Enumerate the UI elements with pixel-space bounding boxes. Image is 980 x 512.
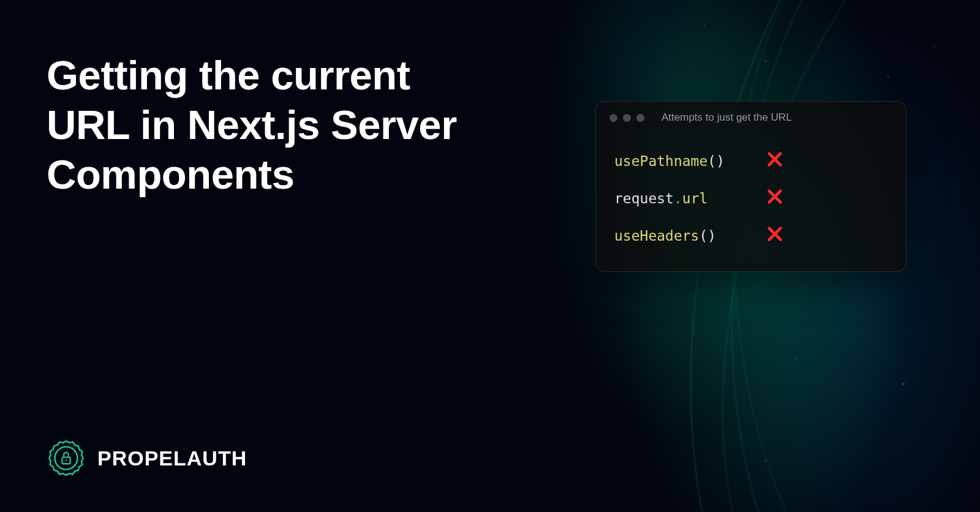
code-panel-body: usePathname()request.urluseHeaders() — [596, 130, 906, 271]
code-row: request.url — [614, 179, 888, 217]
brand: PROPELAUTH — [46, 438, 247, 478]
brand-name: PROPELAUTH — [97, 446, 247, 470]
brand-logo-icon — [46, 438, 86, 478]
code-row: usePathname() — [614, 142, 888, 179]
code-panel-title: Attempts to just get the URL — [662, 111, 792, 124]
traffic-lights — [609, 114, 644, 122]
x-icon — [766, 151, 783, 171]
svg-point-6 — [55, 447, 78, 470]
code-panel: Attempts to just get the URL usePathname… — [595, 101, 907, 272]
svg-point-8 — [66, 459, 67, 461]
x-icon — [766, 188, 783, 208]
code-panel-header: Attempts to just get the URL — [596, 102, 906, 130]
page-title: Getting the current URL in Next.js Serve… — [47, 50, 463, 199]
code-text: useHeaders() — [614, 228, 716, 244]
traffic-light-maximize — [636, 114, 644, 122]
code-row: useHeaders() — [614, 217, 888, 254]
code-text: request.url — [614, 190, 707, 206]
code-text: usePathname() — [614, 153, 725, 169]
traffic-light-minimize — [623, 114, 631, 122]
traffic-light-close — [609, 114, 617, 122]
x-icon — [766, 225, 783, 246]
